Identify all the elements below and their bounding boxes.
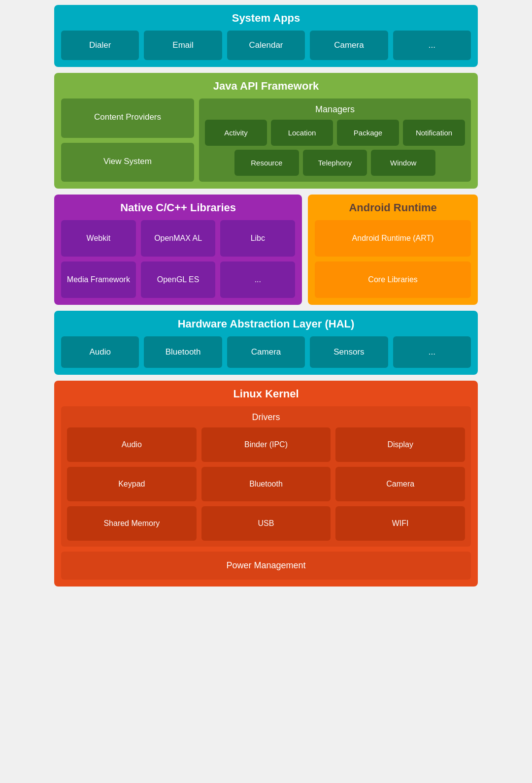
- list-item: Libc: [220, 220, 295, 257]
- managers-box: Managers Activity Location Package Notif…: [199, 98, 471, 182]
- list-item: Camera: [227, 336, 305, 368]
- list-item: ...: [393, 31, 471, 60]
- native-libs-grid: Webkit OpenMAX AL Libc Media Framework O…: [61, 220, 295, 298]
- list-item: Audio: [67, 427, 197, 462]
- java-api-left: Content Providers View System: [61, 98, 194, 182]
- content-providers: Content Providers: [61, 98, 194, 138]
- list-item: USB: [201, 506, 331, 541]
- java-api-title: Java API Framework: [61, 80, 471, 93]
- hal-items: Audio Bluetooth Camera Sensors ...: [61, 336, 471, 368]
- list-item: Keypad: [67, 467, 197, 501]
- list-item: Resource: [234, 150, 299, 176]
- list-item: Bluetooth: [201, 467, 331, 501]
- system-apps-items: Dialer Email Calendar Camera ...: [61, 31, 471, 60]
- list-item: ...: [393, 336, 471, 368]
- managers-title: Managers: [205, 104, 465, 115]
- list-item: Bluetooth: [144, 336, 222, 368]
- native-libs-title: Native C/C++ Libraries: [61, 201, 295, 214]
- native-runtime-row: Native C/C++ Libraries Webkit OpenMAX AL…: [54, 195, 478, 305]
- list-item: Notification: [403, 120, 465, 146]
- list-item: Dialer: [61, 31, 139, 60]
- hal-title: Hardware Abstraction Layer (HAL): [61, 318, 471, 330]
- power-management: Power Management: [61, 552, 471, 580]
- list-item: Display: [335, 427, 465, 462]
- list-item: OpenGL ES: [141, 261, 216, 298]
- managers-row1: Activity Location Package Notification: [205, 120, 465, 146]
- list-item: Camera: [310, 31, 388, 60]
- list-item: Media Framework: [61, 261, 136, 298]
- list-item: Window: [371, 150, 435, 176]
- managers-row2: Resource Telephony Window: [234, 150, 435, 176]
- list-item: OpenMAX AL: [141, 220, 216, 257]
- java-api-content: Content Providers View System Managers A…: [61, 98, 471, 182]
- list-item: Android Runtime (ART): [315, 220, 471, 257]
- list-item: Location: [271, 120, 333, 146]
- list-item: Camera: [335, 467, 465, 501]
- list-item: WIFI: [335, 506, 465, 541]
- linux-kernel-title: Linux Kernel: [61, 388, 471, 400]
- system-apps-title: System Apps: [61, 12, 471, 25]
- list-item: Telephony: [303, 150, 367, 176]
- hal-layer: Hardware Abstraction Layer (HAL) Audio B…: [54, 311, 478, 375]
- list-item: Email: [144, 31, 222, 60]
- drivers-grid: Audio Binder (IPC) Display Keypad Blueto…: [67, 427, 465, 541]
- list-item: Package: [337, 120, 399, 146]
- android-runtime-title: Android Runtime: [315, 201, 471, 214]
- list-item: Audio: [61, 336, 139, 368]
- list-item: Calendar: [227, 31, 305, 60]
- list-item: Shared Memory: [67, 506, 197, 541]
- android-runtime-layer: Android Runtime Android Runtime (ART) Co…: [308, 195, 478, 305]
- drivers-section: Drivers Audio Binder (IPC) Display Keypa…: [61, 406, 471, 547]
- list-item: ...: [220, 261, 295, 298]
- system-apps-layer: System Apps Dialer Email Calendar Camera…: [54, 5, 478, 67]
- drivers-title: Drivers: [67, 412, 465, 423]
- list-item: Webkit: [61, 220, 136, 257]
- java-api-layer: Java API Framework Content Providers Vie…: [54, 73, 478, 189]
- list-item: Binder (IPC): [201, 427, 331, 462]
- list-item: Sensors: [310, 336, 388, 368]
- linux-kernel-layer: Linux Kernel Drivers Audio Binder (IPC) …: [54, 381, 478, 587]
- native-libs-layer: Native C/C++ Libraries Webkit OpenMAX AL…: [54, 195, 302, 305]
- list-item: Activity: [205, 120, 267, 146]
- view-system: View System: [61, 143, 194, 182]
- list-item: Core Libraries: [315, 261, 471, 298]
